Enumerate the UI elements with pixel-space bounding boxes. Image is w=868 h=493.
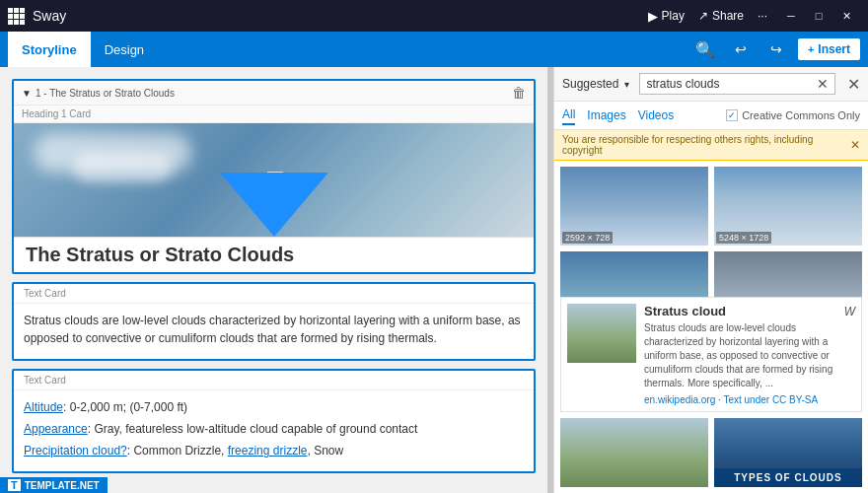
insert-icon: + (808, 43, 814, 55)
template-t-icon: T (8, 479, 21, 491)
text-card-1-label: Text Card (14, 284, 534, 304)
suggested-label: Suggested (562, 77, 618, 91)
text-card-1: Text Card Stratus clouds are low-level c… (12, 282, 536, 361)
image-row-2: 1025 × 682 1024 × 768 (560, 251, 862, 297)
tab-storyline[interactable]: Storyline (8, 32, 91, 67)
undo-icon[interactable]: ↩ (727, 35, 755, 63)
altitude-link[interactable]: Altitude (24, 400, 63, 414)
dropdown-arrow-icon[interactable]: ▾ (624, 79, 629, 90)
breadcrumb: ▼ 1 - The Stratus or Strato Clouds (22, 88, 175, 99)
close-button[interactable]: ✕ (832, 2, 860, 30)
card-header-row: ▼ 1 - The Stratus or Strato Clouds 🗑 (14, 81, 534, 106)
arrow-overlay (14, 173, 534, 237)
heading-title[interactable]: The Stratus or Strato Clouds (14, 237, 534, 272)
app-grid-icon[interactable] (8, 8, 25, 25)
title-bar: Sway ▶ Play ↗ Share ··· ─ □ ✕ (0, 0, 868, 32)
share-button[interactable]: ↗ Share (698, 9, 744, 23)
search-input-text: stratus clouds (646, 77, 813, 91)
text-card-1-body[interactable]: Stratus clouds are low-level clouds char… (14, 304, 534, 359)
text-card-2: Text Card Altitude: 0-2,000 m; (0-7,000 … (12, 369, 536, 473)
play-button[interactable]: ▶ Play (648, 9, 685, 24)
share-icon: ↗ (698, 9, 708, 23)
filter-tabs: All Images Videos ✓ Creative Commons Onl… (554, 102, 868, 130)
play-icon: ▶ (648, 9, 658, 24)
image-grid: 2592 × 728 5248 × 1728 1025 × 682 1024 ×… (554, 161, 868, 297)
search-clear-icon[interactable]: ✕ (817, 76, 829, 92)
filter-tab-all[interactable]: All (562, 106, 575, 125)
image-thumb-2[interactable]: 5248 × 1728 (714, 167, 862, 246)
template-badge: T TEMPLATE.NET (0, 477, 108, 493)
heading-image[interactable]: 🖥 (14, 123, 534, 237)
main-layout: ▼ 1 - The Stratus or Strato Clouds 🗑 Hea… (0, 67, 868, 493)
minimize-button[interactable]: ─ (777, 2, 805, 30)
insert-button[interactable]: + Insert (798, 38, 860, 60)
filter-tab-videos[interactable]: Videos (638, 106, 674, 124)
image-thumb-3[interactable]: 1025 × 682 (560, 251, 708, 297)
search-header: Suggested ▾ stratus clouds ✕ ✕ (554, 67, 868, 102)
search-box[interactable]: stratus clouds ✕ (639, 73, 835, 95)
title-bar-content: Sway ▶ Play ↗ Share ··· ─ □ ✕ (8, 2, 860, 30)
delete-icon[interactable]: 🗑 (512, 85, 526, 101)
text-card-2-label: Text Card (14, 371, 534, 390)
search-panel: Suggested ▾ stratus clouds ✕ ✕ All Image… (553, 67, 868, 493)
image-size-2: 5248 × 1728 (716, 232, 771, 244)
more-options-button[interactable]: ··· (758, 9, 767, 23)
wiki-description: Stratus clouds are low-level clouds char… (644, 321, 855, 390)
filter-tab-images[interactable]: Images (587, 106, 625, 124)
image-size-1: 2592 × 728 (562, 232, 613, 244)
wikipedia-card: Stratus cloud W Stratus clouds are low-l… (560, 297, 862, 412)
types-of-clouds-label: TYPES OF CLOUDS (714, 468, 862, 487)
app-name: Sway (33, 8, 66, 24)
redo-icon[interactable]: ↪ (762, 35, 790, 63)
search-icon[interactable]: 🔍 (691, 35, 719, 63)
image-thumb-4[interactable]: 1024 × 768 (714, 251, 862, 297)
editor-panel: ▼ 1 - The Stratus or Strato Clouds 🗑 Hea… (0, 67, 547, 493)
card-container: ▼ 1 - The Stratus or Strato Clouds 🗑 Hea… (0, 67, 547, 493)
appearance-link[interactable]: Appearance (24, 422, 88, 436)
collapse-triangle[interactable]: ▼ (22, 88, 32, 99)
creative-commons-filter[interactable]: ✓ Creative Commons Only (726, 109, 860, 121)
title-bar-actions: ▶ Play ↗ Share ··· (648, 9, 767, 24)
wiki-title: Stratus cloud (644, 304, 726, 318)
image-row-1: 2592 × 728 5248 × 1728 (560, 167, 862, 246)
wiki-content: Stratus cloud W Stratus clouds are low-l… (644, 304, 855, 405)
freezing-drizzle-link[interactable]: freezing drizzle (228, 444, 308, 458)
template-badge-text: TEMPLATE.NET (25, 480, 100, 491)
precipitation-link[interactable]: Precipitation cloud? (24, 444, 127, 458)
warning-text: You are responsible for respecting other… (562, 134, 850, 156)
heading-card-label: Heading 1 Card (14, 106, 534, 123)
wiki-title-row: Stratus cloud W (644, 304, 855, 318)
image-thumb-5[interactable] (560, 418, 708, 487)
copyright-warning: You are responsible for respecting other… (554, 130, 868, 161)
image-thumb-1[interactable]: 2592 × 728 (560, 167, 708, 246)
ribbon: Storyline Design 🔍 ↩ ↪ + Insert (0, 32, 868, 67)
tab-design[interactable]: Design (91, 32, 158, 67)
image-row-3: TYPES OF CLOUDS (554, 418, 868, 493)
image-thumb-types-of-clouds[interactable]: TYPES OF CLOUDS (714, 418, 862, 487)
cc-checkbox-icon[interactable]: ✓ (726, 109, 738, 121)
panel-close-icon[interactable]: ✕ (847, 75, 860, 94)
wikipedia-icon: W (844, 305, 855, 318)
warning-close-icon[interactable]: ✕ (850, 138, 860, 152)
ribbon-right-actions: 🔍 ↩ ↪ + Insert (691, 35, 860, 63)
heading-card: ▼ 1 - The Stratus or Strato Clouds 🗑 Hea… (12, 79, 536, 274)
text-card-2-body[interactable]: Altitude: 0-2,000 m; (0-7,000 ft) Appear… (14, 390, 534, 471)
wiki-link[interactable]: en.wikipedia.org · Text under CC BY-SA (644, 394, 855, 405)
window-controls: ─ □ ✕ (777, 2, 860, 30)
maximize-button[interactable]: □ (805, 2, 832, 30)
cc-label: Creative Commons Only (742, 109, 860, 121)
wiki-thumbnail (567, 304, 636, 363)
